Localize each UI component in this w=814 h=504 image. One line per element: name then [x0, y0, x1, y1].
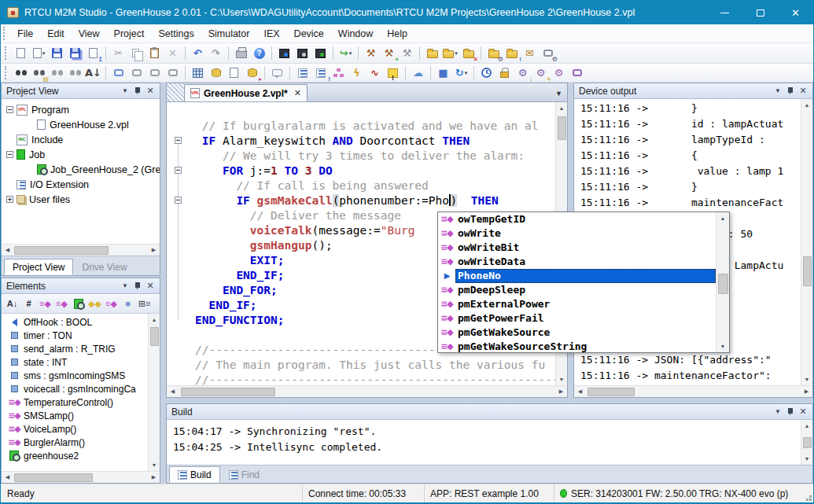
element-item[interactable]: sms : gsmIncomingSMS	[8, 369, 148, 382]
elements-close-button[interactable]: ✕	[144, 280, 157, 292]
autocomplete-item[interactable]: ≡◆pmGetWakeSource	[438, 326, 716, 340]
menu-file[interactable]: File	[10, 24, 40, 43]
device-output-menu-button[interactable]: ▼	[772, 85, 784, 97]
io-table-button[interactable]	[190, 64, 206, 81]
element-item[interactable]: state : INT	[8, 355, 148, 369]
scroll-left-icon[interactable]: ◀	[167, 386, 179, 398]
scroll-right-icon[interactable]: ▶	[148, 245, 160, 256]
settings-sync-button[interactable]: ⚙↓	[514, 64, 531, 81]
tree-item[interactable]: −Job	[6, 147, 160, 162]
show-constants-button[interactable]: ■	[120, 296, 135, 311]
elements-hscrollbar[interactable]: ◀ ▶	[2, 471, 160, 483]
data-sync-button[interactable]: ▸	[244, 64, 260, 81]
menu-project[interactable]: Project	[107, 24, 152, 43]
cut-button[interactable]: ✂	[110, 45, 127, 61]
scroll-up-icon[interactable]: ▲	[801, 420, 813, 432]
document-tab[interactable]: VPL GreenHouse 2.vpl* ✕	[184, 84, 308, 101]
scroll-down-icon[interactable]: ▼	[149, 459, 160, 471]
toolbar2-grip[interactable]	[5, 66, 9, 79]
scroll-down-icon[interactable]: ▼	[801, 373, 813, 385]
save-as-button[interactable]: ↥	[85, 45, 101, 61]
editor-hscrollbar[interactable]: ◀ ▶	[167, 385, 567, 397]
open-document-dropdown-icon[interactable]: ▾	[42, 50, 46, 57]
sort-by-type-button[interactable]: #	[21, 296, 36, 311]
device-output-pin-button[interactable]	[784, 85, 797, 97]
profiler-button[interactable]	[330, 64, 347, 81]
maximize-button[interactable]	[742, 1, 778, 24]
scroll-thumb[interactable]	[587, 388, 635, 396]
run-transfer-button[interactable]: ↪▾	[337, 45, 354, 61]
replace-button[interactable]: A↓	[85, 64, 101, 81]
scroll-down-icon[interactable]: ▼	[716, 340, 730, 352]
build-tab-find[interactable]: Find	[220, 466, 268, 483]
device-output-hscrollbar[interactable]: ◀ ▶	[574, 385, 812, 397]
device-output-vscrollbar[interactable]: ▲ ▼	[801, 99, 812, 385]
scroll-up-icon[interactable]: ▲	[149, 314, 160, 326]
autocomplete-item[interactable]: ≡◆pmDeepSleep	[438, 283, 716, 297]
scroll-up-icon[interactable]: ▲	[801, 99, 813, 111]
copy-button[interactable]	[128, 45, 145, 61]
tree-item[interactable]: −VPLProgram	[6, 102, 160, 117]
build-close-button[interactable]: ✕	[797, 406, 809, 418]
menu-help[interactable]: Help	[380, 24, 414, 43]
stop-button[interactable]: ■	[435, 64, 451, 81]
resize-grip[interactable]	[809, 498, 812, 501]
new-document-button[interactable]	[13, 45, 29, 61]
menu-device[interactable]: Device	[287, 24, 331, 43]
sort-alphabetical-button[interactable]: A↓	[5, 296, 20, 311]
bookmark-toggle-button[interactable]	[110, 64, 127, 81]
tab-list-dropdown-icon[interactable]: ▼	[555, 90, 562, 97]
refresh-button[interactable]: ↻▾	[453, 64, 470, 81]
build-pin-button[interactable]	[784, 406, 797, 418]
save-all-button[interactable]	[67, 45, 83, 61]
show-functions-button[interactable]: ≡◆	[38, 296, 53, 311]
autocomplete-item[interactable]: ≡◆owWriteData	[438, 255, 716, 269]
data-file-button[interactable]	[226, 64, 242, 81]
write-device-button[interactable]	[294, 45, 311, 61]
security-button[interactable]	[496, 64, 513, 81]
project-archive-button[interactable]: !	[503, 45, 520, 61]
error-list-button[interactable]	[385, 64, 401, 81]
scroll-down-icon[interactable]: ▼	[801, 453, 813, 465]
scroll-down-icon[interactable]: ▼	[556, 373, 568, 385]
send-message-button[interactable]: ✉	[521, 45, 538, 61]
help-button[interactable]	[251, 45, 267, 61]
find-button[interactable]	[13, 64, 29, 81]
print-button[interactable]	[233, 45, 249, 61]
statistics-button[interactable]: ∿	[366, 64, 383, 81]
find-in-files-button[interactable]: ▤	[31, 64, 47, 81]
power-monitor-button[interactable]: ϟ	[348, 64, 365, 81]
show-programs-button[interactable]	[71, 296, 86, 311]
menu-iex[interactable]: IEX	[256, 24, 286, 43]
element-item[interactable]: ≡◆BurglerAlarm()	[8, 436, 148, 449]
autocomplete-item[interactable]: ≡◆owTempGetID	[438, 212, 716, 226]
elements-list[interactable]: OffHook : BOOLtimer : TONsend_alarm : R_…	[2, 314, 148, 471]
tree-item[interactable]: GreenHouse 2.vpl	[27, 117, 160, 132]
rebuild-all-button[interactable]: ⚒	[399, 45, 415, 61]
show-function-blocks-button[interactable]: ≡◆	[54, 296, 69, 311]
scroll-right-icon[interactable]: ▶	[148, 472, 160, 484]
autocomplete-item[interactable]: ≡◆pmGetPowerFail	[438, 311, 716, 326]
editor-fold-margin[interactable]: −−−	[167, 102, 193, 385]
scroll-thumb[interactable]	[558, 116, 566, 140]
bookmark-previous-button[interactable]	[146, 64, 163, 81]
scroll-thumb[interactable]	[181, 388, 275, 396]
element-item[interactable]: ≡◆SMSLamp()	[8, 409, 148, 422]
fold-collapse-button[interactable]: −	[175, 197, 182, 204]
autocomplete-item[interactable]: ≡◆owWrite	[438, 226, 716, 241]
cloud-sync-button[interactable]: ☁	[410, 64, 426, 81]
watch-list-button[interactable]	[294, 64, 311, 81]
tab-close-icon[interactable]: ✕	[294, 88, 301, 98]
tab-drive-view[interactable]: Drive View	[73, 259, 135, 275]
scroll-thumb[interactable]	[150, 327, 159, 346]
element-item[interactable]: ≡◆VoiceLamp()	[8, 422, 148, 436]
scroll-right-icon[interactable]: ▶	[555, 386, 567, 398]
scroll-right-icon[interactable]: ▶	[801, 386, 812, 398]
build-button[interactable]: ⚒	[363, 45, 379, 61]
tree-item[interactable]: Job_GreenHouse_2 (Gree	[27, 162, 160, 177]
element-item[interactable]: OffHook : BOOL	[8, 315, 148, 329]
autocomplete-item[interactable]: ≡◆pmExternalPower	[438, 297, 716, 311]
read-device-button[interactable]	[276, 45, 293, 61]
watch-info-button[interactable]: !	[312, 64, 329, 81]
tree-item[interactable]: I/O Extension	[6, 177, 160, 192]
